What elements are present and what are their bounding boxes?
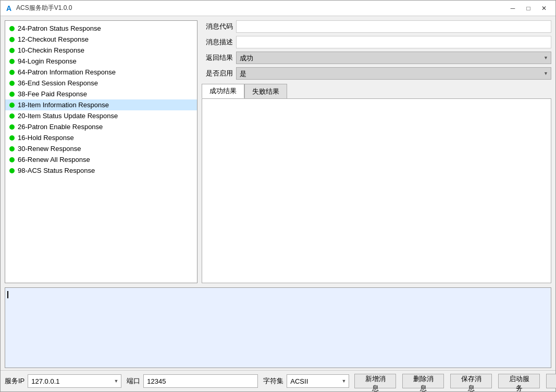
charset-label: 字符集 (263, 376, 283, 386)
server-ip-select[interactable]: 127.0.0.1 (28, 374, 121, 388)
message-desc-input[interactable] (236, 36, 551, 48)
tab-success[interactable]: 成功结果 (202, 84, 244, 98)
clear-log-button[interactable]: 清空日志 (546, 374, 556, 388)
list-item[interactable]: 24-Patron Status Response (5, 23, 197, 34)
list-item[interactable]: 18-Item Information Response (5, 99, 197, 110)
return-result-select-wrapper: 成功 失败 (236, 52, 551, 64)
tabs-header: 成功结果 失败结果 (202, 84, 551, 98)
status-dot (9, 37, 15, 42)
status-dot (9, 135, 15, 141)
server-ip-label: 服务IP (5, 376, 24, 386)
main-content: 24-Patron Status Response12-Checkout Res… (1, 16, 555, 287)
action-buttons: 新增消息 删除消息 保存消息 启动服务 清空日志 (354, 374, 556, 388)
response-list-panel[interactable]: 24-Patron Status Response12-Checkout Res… (5, 20, 197, 283)
list-item[interactable]: 98-ACS Status Response (5, 165, 197, 176)
status-dot (9, 59, 15, 64)
window-title: ACS服务助手V1.0.0 (16, 4, 72, 12)
status-dot (9, 103, 15, 108)
status-dot (9, 81, 15, 86)
status-dot (9, 124, 15, 130)
status-dot (9, 157, 15, 162)
list-item-label: 26-Patron Enable Response (18, 123, 103, 131)
list-item-label: 12-Checkout Response (18, 35, 89, 43)
list-item-label: 16-Hold Response (18, 134, 74, 142)
list-item-label: 64-Patron Information Response (18, 68, 116, 76)
status-dot (9, 70, 15, 75)
return-result-select[interactable]: 成功 失败 (236, 52, 551, 64)
list-item[interactable]: 66-Renew All Response (5, 154, 197, 165)
status-dot (9, 26, 15, 31)
list-item[interactable]: 64-Patron Information Response (5, 67, 197, 78)
server-ip-select-wrapper: 127.0.0.1 (28, 374, 121, 388)
status-dot (9, 48, 15, 53)
list-item-label: 18-Item Information Response (18, 101, 109, 109)
start-service-button[interactable]: 启动服务 (498, 374, 540, 388)
message-code-row: 消息代码 (202, 20, 551, 33)
message-code-input[interactable] (236, 20, 551, 33)
save-message-button[interactable]: 保存消息 (450, 374, 492, 388)
tab-content-area (202, 98, 551, 283)
tab-failure[interactable]: 失败结果 (244, 84, 287, 98)
close-button[interactable]: ✕ (537, 3, 551, 14)
log-cursor (7, 291, 8, 298)
list-item[interactable]: 10-Checkin Response (5, 45, 197, 56)
enabled-label: 是否启用 (202, 69, 233, 78)
list-item-label: 24-Patron Status Response (18, 24, 101, 32)
message-desc-row: 消息描述 (202, 36, 551, 48)
status-dot (9, 92, 15, 97)
status-dot (9, 146, 15, 151)
list-item-label: 36-End Session Response (18, 79, 98, 87)
maximize-button[interactable]: □ (521, 3, 536, 14)
list-item-label: 66-Renew All Response (18, 156, 90, 163)
return-result-row: 返回结果 成功 失败 (202, 52, 551, 64)
status-dot (9, 168, 15, 173)
delete-message-button[interactable]: 删除消息 (402, 374, 444, 388)
list-item[interactable]: 20-Item Status Update Response (5, 110, 197, 121)
list-item[interactable]: 26-Patron Enable Response (5, 121, 197, 132)
port-input[interactable] (143, 374, 258, 388)
charset-select[interactable]: ACSII UTF-8 GBK (287, 374, 349, 388)
enabled-select-wrapper: 是 否 (236, 67, 551, 80)
log-section[interactable] (5, 287, 551, 368)
minimize-button[interactable]: ─ (505, 3, 520, 14)
port-label: 端口 (127, 376, 140, 386)
app-icon: A (5, 4, 13, 12)
right-panel: 消息代码 消息描述 返回结果 成功 失败 (202, 20, 551, 283)
list-item[interactable]: 94-Login Response (5, 56, 197, 67)
bottom-bar: 服务IP 127.0.0.1 端口 字符集 ACSII UTF-8 GBK (1, 370, 555, 391)
list-item[interactable]: 36-End Session Response (5, 78, 197, 88)
message-code-label: 消息代码 (202, 22, 233, 31)
add-message-button[interactable]: 新增消息 (354, 374, 396, 388)
port-group: 端口 (127, 374, 258, 388)
title-bar-left: A ACS服务助手V1.0.0 (5, 4, 72, 12)
title-bar: A ACS服务助手V1.0.0 ─ □ ✕ (1, 1, 555, 16)
list-item[interactable]: 30-Renew Response (5, 143, 197, 154)
list-item[interactable]: 38-Fee Paid Response (5, 88, 197, 99)
enabled-row: 是否启用 是 否 (202, 67, 551, 80)
charset-select-wrapper: ACSII UTF-8 GBK (287, 374, 349, 388)
main-window: A ACS服务助手V1.0.0 ─ □ ✕ 24-Patron Status R… (0, 0, 556, 392)
list-item[interactable]: 12-Checkout Response (5, 34, 197, 45)
list-item-label: 10-Checkin Response (18, 46, 84, 54)
title-bar-buttons: ─ □ ✕ (505, 3, 551, 14)
list-item-label: 30-Renew Response (18, 145, 81, 153)
server-ip-group: 服务IP 127.0.0.1 (5, 374, 121, 388)
list-item[interactable]: 16-Hold Response (5, 132, 197, 143)
charset-group: 字符集 ACSII UTF-8 GBK (263, 374, 349, 388)
enabled-select[interactable]: 是 否 (236, 67, 551, 80)
list-item-label: 98-ACS Status Response (18, 167, 95, 174)
log-section-wrapper (1, 287, 555, 370)
message-desc-label: 消息描述 (202, 37, 233, 47)
form-section: 消息代码 消息描述 返回结果 成功 失败 (202, 20, 551, 80)
status-dot (9, 113, 15, 119)
list-item-label: 38-Fee Paid Response (18, 90, 87, 98)
tabs-section: 成功结果 失败结果 (202, 84, 551, 283)
return-result-label: 返回结果 (202, 53, 233, 62)
list-item-label: 20-Item Status Update Response (18, 112, 118, 120)
list-item-label: 94-Login Response (18, 57, 77, 65)
